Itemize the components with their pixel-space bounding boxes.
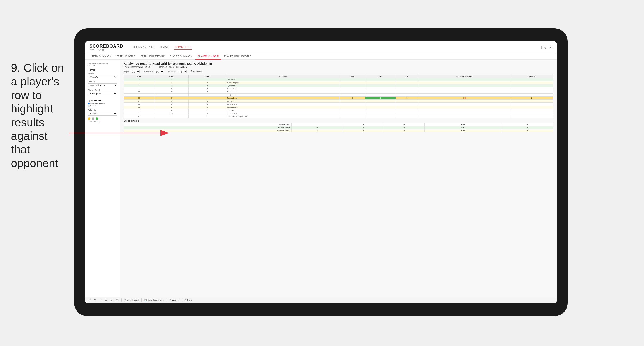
subnav-team-summary[interactable]: TEAM SUMMARY — [90, 53, 114, 60]
cell-opponent: Jessica Huang — [226, 97, 339, 100]
toolbar-undo[interactable]: ↩ — [88, 298, 92, 302]
col-opponent: Opponent — [226, 75, 339, 78]
table-row[interactable]: 19106Emily Chang — [124, 112, 553, 115]
subnav-player-h2h-grid[interactable]: PLAYER H2H GRID — [196, 53, 221, 60]
cell-reg: 3 — [154, 78, 188, 81]
ood-team-name: Foreign Team — [124, 123, 292, 126]
sidebar-opponent-view: Opponent view Opponents Played Top 100 — [88, 99, 117, 107]
dot-down — [88, 117, 90, 120]
toolbar-minus[interactable]: ⊟ — [110, 298, 113, 302]
cell-conf: 1 — [188, 106, 226, 109]
table-row[interactable]: 1691Jessica Mason — [124, 106, 553, 109]
cell-tie — [396, 78, 418, 81]
radio-opponents-played[interactable]: Opponents Played — [88, 102, 117, 104]
cell-tie — [396, 94, 418, 97]
ood-team-name: NAIA Division 1 — [124, 126, 292, 129]
ood-table-row[interactable]: Foreign Team1004.5002 — [124, 123, 553, 126]
table-row[interactable]: Haeju Hyun — [124, 94, 553, 97]
toolbar-watch[interactable]: 👁 Watch ▾ — [170, 299, 179, 301]
cell-opponent: Euna Lee — [226, 109, 339, 112]
ood-col3: 0 — [384, 129, 424, 132]
cell-rounds — [510, 81, 553, 84]
col-loss: Loss — [365, 75, 396, 78]
sidebar-player-rank-select[interactable]: 8. Katelyn Vo — [88, 92, 117, 96]
dot-level — [92, 117, 94, 120]
cell-opponent: Haeju Hyun — [226, 94, 339, 97]
toolbar-view-original[interactable]: 👁 View: Original — [124, 299, 139, 301]
subnav-team-h2h-grid[interactable]: TEAM H2H GRID — [114, 53, 138, 60]
cell-tie — [396, 87, 418, 90]
cell-loss — [365, 81, 396, 84]
nav-teams[interactable]: TEAMS — [159, 44, 170, 50]
cell-diff — [418, 78, 510, 81]
ood-col1: 15 — [292, 126, 343, 129]
cell-win — [339, 115, 365, 118]
sidebar-colour-select[interactable]: Win/loss — [88, 112, 117, 116]
cell-diff — [418, 106, 510, 109]
cell-diff — [418, 112, 510, 115]
toolbar-save-custom[interactable]: 💾 Save Custom View — [144, 299, 164, 301]
cell-loss — [365, 84, 396, 87]
nav-tournaments[interactable]: TOURNAMENTS — [132, 44, 154, 50]
top-nav-links: TOURNAMENTS TEAMS COMMITTEE — [132, 44, 192, 50]
filter-region-select[interactable]: (All) — [130, 70, 140, 73]
toolbar-redo[interactable]: ↪ — [93, 298, 97, 302]
ood-col2: 0 — [343, 129, 384, 132]
tablet-screen: SCOREBOARD Powered by clippd TOURNAMENTS… — [85, 41, 557, 303]
cell-loss — [365, 115, 396, 118]
radio-top100[interactable]: Top 100 — [88, 105, 117, 107]
logo-text: SCOREBOARD — [90, 44, 123, 49]
filter-opponent-select[interactable]: (All) — [177, 70, 187, 73]
cell-diff — [418, 109, 510, 112]
sign-out[interactable]: | Sign out — [542, 46, 552, 49]
cell-win — [339, 81, 365, 84]
table-row[interactable]: 331Esther Lee — [124, 78, 553, 81]
toolbar-share[interactable]: ⤴ Share — [185, 299, 192, 301]
cell-conf: 6 — [188, 112, 226, 115]
ood-col1: 5 — [292, 129, 343, 132]
cell-loss — [365, 112, 396, 115]
subnav-player-summary[interactable]: PLAYER SUMMARY — [168, 53, 194, 60]
table-row[interactable]: 20117Federica Domecq Lacroze — [124, 115, 553, 118]
sidebar-player-section: Player Gender Women's Division NCAA Divi… — [88, 68, 117, 97]
toolbar-grid[interactable]: ⊞ — [104, 298, 108, 302]
ood-table: Foreign Team1004.5002NAIA Division 11500… — [124, 123, 553, 132]
subnav-player-h2h-heatmap[interactable]: PLAYER H2H HEATMAP — [222, 53, 253, 60]
table-row[interactable]: 1822Euna Lee — [124, 109, 553, 112]
toolbar-refresh[interactable]: ↺ — [115, 298, 119, 302]
col-tie: Tie — [396, 75, 418, 78]
table-row[interactable]: 1474Eunice Yi — [124, 100, 553, 103]
ood-table-row[interactable]: NAIA Division 115009.26730 — [124, 126, 553, 129]
sidebar-timestamp: Last Updated: 27/03/2024 16:55:38 — [88, 62, 117, 66]
col-div: # Div — [124, 75, 155, 78]
filter-region: Region (All) — [124, 70, 140, 73]
table-row[interactable]: 131Jessica Huang010-3.002 — [124, 97, 553, 100]
cell-win — [339, 87, 365, 90]
cell-tie — [396, 90, 418, 94]
cell-diff — [418, 103, 510, 106]
subnav-team-h2h-heatmap[interactable]: TEAM H2H HEATMAP — [138, 53, 167, 60]
table-row[interactable]: 613Sydney Kuo — [124, 84, 553, 87]
cell-loss — [365, 87, 396, 90]
table-row[interactable]: 914Sharon Mun — [124, 87, 553, 90]
top-nav: SCOREBOARD Powered by clippd TOURNAMENTS… — [85, 41, 557, 53]
sidebar-gender-select[interactable]: Women's — [88, 75, 117, 79]
bottom-toolbar: ↩ ↪ ⬅ ⊞ ⊟ ↺ 👁 View: Original 💾 Save Cust… — [85, 297, 557, 303]
cell-reg: 1 — [154, 97, 188, 100]
cell-win — [339, 90, 365, 94]
division-record: Division Record: 331 - 34 - 6 — [159, 66, 187, 68]
filter-conference-select[interactable]: (All) — [154, 70, 164, 73]
cell-diff — [418, 94, 510, 97]
cell-div: 15 — [124, 103, 155, 106]
toolbar-prev[interactable]: ⬅ — [99, 298, 102, 302]
sidebar-division-select[interactable]: NCAA Division III — [88, 83, 117, 87]
table-row[interactable]: 522Alexis Sudjianto — [124, 81, 553, 84]
ood-col5: 10 — [502, 129, 553, 132]
table-row[interactable]: 1063Andrea York — [124, 90, 553, 94]
sidebar-player-rank-label: Player (Rank) — [88, 89, 117, 91]
cell-loss — [365, 100, 396, 103]
ood-table-row[interactable]: NCAA Division 25007.40010 — [124, 129, 553, 132]
cell-conf: 3 — [188, 84, 226, 87]
nav-committee[interactable]: COMMITTEE — [174, 44, 192, 50]
table-row[interactable]: 1585Stella Cheng — [124, 103, 553, 106]
